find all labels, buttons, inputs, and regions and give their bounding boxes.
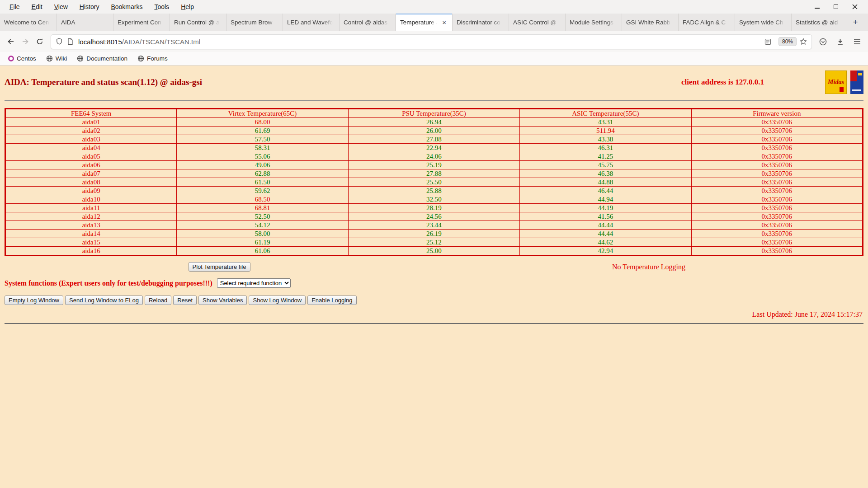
close-button[interactable] (849, 2, 861, 12)
cell-firmware: 0x3350706 (691, 127, 863, 135)
show-variables-button[interactable]: Show Variables (198, 296, 247, 305)
system-function-select[interactable]: Select required function (217, 278, 291, 288)
cell-firmware: 0x3350706 (691, 247, 863, 256)
cell-virtex: 52.50 (177, 212, 348, 221)
table-row-aida15: aida1561.1925.1244.620x3350706 (5, 238, 863, 247)
back-button[interactable] (4, 34, 18, 49)
cell-psu: 28.19 (348, 204, 519, 212)
tab-7[interactable]: Control @ aidas (339, 14, 396, 31)
cell-asic: 44.44 (520, 230, 691, 238)
tab-8-active[interactable]: Temperature an× (396, 14, 452, 31)
cell-system: aida03 (5, 135, 177, 144)
tab-14[interactable]: System wide Ch (735, 14, 791, 31)
bookmark-item-centos[interactable]: Centos (5, 54, 40, 63)
menu-item-bookmarks[interactable]: Bookmarks (105, 1, 148, 12)
cell-firmware: 0x3350706 (691, 169, 863, 178)
cell-psu: 25.19 (348, 161, 519, 169)
empty-log-window-button[interactable]: Empty Log Window (5, 296, 63, 305)
close-icon (852, 4, 858, 9)
menu-item-file[interactable]: File (4, 1, 26, 12)
forward-button[interactable] (18, 34, 33, 49)
menu-item-history[interactable]: History (74, 1, 105, 12)
show-log-window-button[interactable]: Show Log Window (249, 296, 306, 305)
bookmark-label: Centos (17, 55, 36, 62)
tab-label: FADC Align & C (683, 19, 730, 26)
cell-system: aida12 (5, 212, 177, 221)
tab-10[interactable]: ASIC Control @ (509, 14, 565, 31)
cell-system: aida11 (5, 204, 177, 212)
cell-asic: 46.38 (520, 169, 691, 178)
tab-2[interactable]: AIDA (57, 14, 113, 31)
tab-strip-tabs: Welcome to CenAIDAExperiment ConRun Cont… (0, 14, 848, 31)
menu-item-help[interactable]: Help (175, 1, 200, 12)
tab-label: Welcome to Cen (4, 19, 51, 26)
bookmark-item-documentation[interactable]: Documentation (73, 54, 131, 63)
tab-1[interactable]: Welcome to Cen (0, 14, 57, 31)
enable-logging-button[interactable]: Enable Logging (307, 296, 356, 305)
hamburger-menu-icon[interactable] (850, 34, 864, 49)
reload-button[interactable]: Reload (145, 296, 171, 305)
menu-item-tools[interactable]: Tools (148, 1, 175, 12)
tab-close-icon[interactable]: × (440, 19, 448, 26)
tab-5[interactable]: Spectrum Brow (226, 14, 283, 31)
cell-system: aida06 (5, 161, 177, 169)
tab-3[interactable]: Experiment Con (113, 14, 170, 31)
cell-firmware: 0x3350706 (691, 178, 863, 187)
reader-mode-icon[interactable] (764, 38, 771, 45)
downloads-icon[interactable] (833, 34, 847, 49)
action-buttons-row: Empty Log WindowSend Log Window to ELogR… (5, 296, 863, 305)
menu-item-view[interactable]: View (48, 1, 74, 12)
cell-psu: 24.56 (348, 212, 519, 221)
new-tab-button[interactable]: + (848, 14, 863, 31)
cell-asic: 43.38 (520, 135, 691, 144)
reload-button[interactable] (33, 34, 47, 49)
cell-system: aida15 (5, 238, 177, 247)
cell-psu: 26.94 (348, 118, 519, 127)
tab-9[interactable]: Discriminator co (452, 14, 509, 31)
tab-12[interactable]: GSI White Rabb (622, 14, 678, 31)
reset-button[interactable]: Reset (173, 296, 197, 305)
logging-status-text: No Temperature Logging (612, 263, 685, 271)
table-row-aida01: aida0168.0026.9443.310x3350706 (5, 118, 863, 127)
tab-6[interactable]: LED and Wavefo (283, 14, 339, 31)
cell-firmware: 0x3350706 (691, 238, 863, 247)
plot-temperature-button[interactable]: Plot Temperature file (189, 262, 250, 272)
table-row-aida03: aida0357.5027.8843.380x3350706 (5, 135, 863, 144)
tab-label: ASIC Control @ (513, 19, 560, 26)
tab-4[interactable]: Run Control @ a (170, 14, 226, 31)
minimize-icon (815, 5, 820, 9)
menu-item-edit[interactable]: Edit (26, 1, 48, 12)
cell-system: aida14 (5, 230, 177, 238)
tab-11[interactable]: Module Settings (565, 14, 622, 31)
back-icon (7, 38, 14, 45)
maximize-button[interactable] (830, 2, 842, 12)
cell-virtex: 55.06 (177, 152, 348, 161)
cell-virtex: 61.69 (177, 127, 348, 135)
midas-logo-mark (840, 87, 844, 92)
url-bar[interactable]: localhost:8015/AIDA/TSCAN/TSCAN.tml 80% (51, 34, 812, 49)
cell-virtex: 68.00 (177, 118, 348, 127)
minimize-button[interactable] (811, 2, 823, 12)
url-text: localhost:8015/AIDA/TSCAN/TSCAN.tml (78, 38, 764, 46)
window-controls (811, 2, 864, 12)
cell-psu: 26.00 (348, 127, 519, 135)
pocket-icon[interactable] (816, 34, 830, 49)
header-divider (5, 100, 863, 101)
tab-13[interactable]: FADC Align & C (678, 14, 735, 31)
column-header: Virtex Temperature(65C) (177, 109, 348, 118)
tab-15[interactable]: Statistics @ aid (791, 14, 848, 31)
page-info-icon[interactable] (67, 38, 73, 45)
cell-virtex: 62.88 (177, 169, 348, 178)
bookmark-star-icon[interactable] (800, 38, 807, 45)
table-row-aida10: aida1068.5032.5044.940x3350706 (5, 195, 863, 204)
zoom-level-indicator[interactable]: 80% (778, 37, 797, 46)
bookmark-item-wiki[interactable]: Wiki (42, 54, 71, 63)
table-row-aida02: aida0261.6926.00511.940x3350706 (5, 127, 863, 135)
bookmark-item-forums[interactable]: Forums (134, 54, 171, 63)
tracking-shield-icon[interactable] (56, 38, 63, 45)
tab-label: Experiment Con (118, 19, 165, 26)
cell-system: aida07 (5, 169, 177, 178)
temperature-table-head: FEE64 SystemVirtex Temperature(65C)PSU T… (5, 109, 863, 118)
cell-psu: 27.88 (348, 169, 519, 178)
send-log-window-to-elog-button[interactable]: Send Log Window to ELog (65, 296, 143, 305)
